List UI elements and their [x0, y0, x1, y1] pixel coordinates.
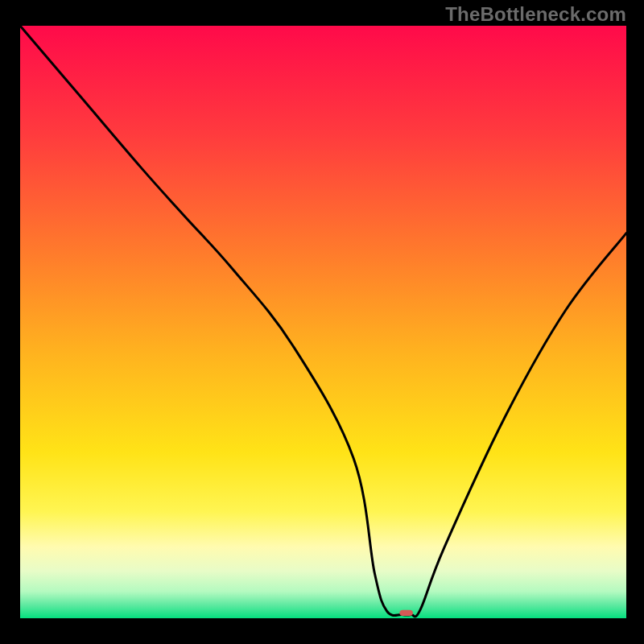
optimal-marker — [399, 610, 413, 616]
bottleneck-plot — [0, 0, 644, 644]
plot-background — [20, 26, 626, 618]
chart-frame: TheBottleneck.com — [0, 0, 644, 644]
watermark-text: TheBottleneck.com — [445, 3, 626, 26]
